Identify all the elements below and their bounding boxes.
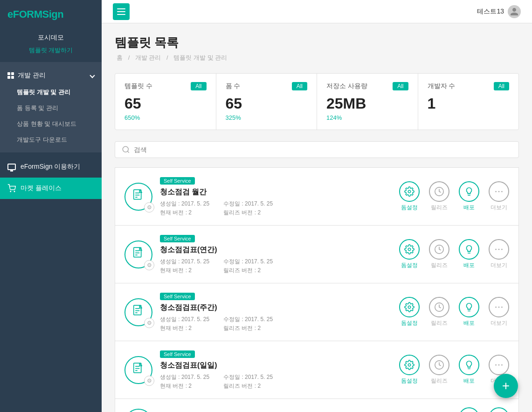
- sidebar-item-template-dev[interactable]: 템플릿 개발 및 관리: [0, 84, 102, 100]
- stat-developer-value: 1: [428, 95, 510, 112]
- deploy-button[interactable]: 배포: [489, 407, 509, 412]
- bulb-icon: [464, 244, 474, 254]
- sidebar-item-devtool-download[interactable]: 개발도구 다운로드: [0, 132, 102, 148]
- template-meta: 생성일 : 2017. 5. 25 현재 버전 : 2 수정일 : 2017. …: [160, 373, 392, 390]
- search-bar: [115, 141, 519, 158]
- release-circle: [429, 181, 449, 202]
- stat-storage-label: 저장소 사용량: [326, 82, 367, 90]
- template-created: 생성일 : 2017. 5. 25: [160, 200, 209, 208]
- svg-point-28: [408, 306, 411, 309]
- dots-icon: [494, 244, 504, 254]
- cart-icon: [7, 184, 16, 192]
- topbar-username: 테스트13: [477, 7, 504, 16]
- template-icon-wrapper: ⚙: [124, 409, 152, 412]
- sidebar-item-marketplace[interactable]: 마켓 플레이스: [0, 178, 102, 199]
- svg-point-38: [408, 364, 411, 366]
- dev-management-header-left: 개발 관리: [7, 71, 46, 80]
- template-badge: Self Service: [160, 235, 195, 242]
- settings-gear-icon: ⚙: [144, 376, 154, 386]
- template-meta-col-right: 수정일 : 2017. 5. 25 릴리즈 버전 : 2: [223, 316, 273, 332]
- more-circle: [489, 239, 509, 260]
- release-button[interactable]: 릴리즈: [429, 239, 449, 269]
- settings-button[interactable]: 돔설정: [459, 407, 479, 412]
- settings-button[interactable]: 돔설정: [399, 355, 420, 385]
- deploy-circle: [489, 407, 509, 412]
- template-badge: Self Service: [160, 177, 195, 185]
- document-icon: [132, 247, 145, 262]
- svg-point-43: [501, 364, 503, 366]
- settings-circle: [459, 407, 479, 412]
- template-name: 청소점검 월간: [160, 187, 392, 197]
- stats-row: 템플릿 수 All 65 650% 폼 수 All 65 325% 저장소 사용…: [115, 73, 519, 130]
- template-created: 생성일 : 2017. 5. 25: [160, 373, 209, 381]
- settings-button[interactable]: 돔설정: [399, 297, 420, 327]
- settings-button[interactable]: 돔설정: [399, 181, 420, 212]
- stat-storage-all-btn[interactable]: All: [393, 82, 408, 90]
- stat-developer-all-btn[interactable]: All: [494, 82, 509, 90]
- stat-form-all-btn[interactable]: All: [292, 82, 307, 90]
- template-icon-wrapper: ⚙: [124, 298, 152, 326]
- sidebar-item-product-dashboard[interactable]: 상품 현황 및 대시보드: [0, 116, 102, 132]
- template-icon-circle: [124, 409, 152, 412]
- dev-management-header[interactable]: 개발 관리: [0, 67, 102, 84]
- template-release-ver: 릴리즈 버전 : 2: [223, 267, 273, 275]
- stat-template-label: 템플릿 수: [124, 82, 152, 90]
- svg-point-12: [498, 191, 500, 192]
- template-info: Self Service 청소점검표(주간) 생성일 : 2017. 5. 25…: [160, 292, 392, 332]
- template-name: 청소점검표(주간): [160, 303, 392, 313]
- template-current-ver: 현재 버전 : 2: [160, 267, 209, 275]
- breadcrumb-sep-1: /: [128, 54, 131, 61]
- stat-developer-header: 개발자 수 All: [428, 82, 510, 90]
- template-meta-col-right: 수정일 : 2017. 5. 25 릴리즈 버전 : 2: [223, 373, 273, 390]
- template-meta: 생성일 : 2017. 5. 25 현재 버전 : 2 수정일 : 2017. …: [160, 200, 392, 217]
- search-input[interactable]: [134, 146, 512, 153]
- sidebar: eFORMSign 포시데모 템플릿 개발하기 개발 관리 템플릿 개발 및 관…: [0, 0, 102, 412]
- table-row: ⚙ Self Service 청소점검표(주간) 생성일 : 2017. 5. …: [115, 283, 519, 341]
- sidebar-item-eformsign-use[interactable]: eFormSign 이용하기: [0, 156, 102, 178]
- deploy-circle: [459, 239, 479, 260]
- template-created: 생성일 : 2017. 5. 25: [160, 316, 209, 323]
- gear-icon: [404, 186, 415, 197]
- user-avatar[interactable]: [508, 5, 521, 18]
- add-template-button[interactable]: +: [494, 374, 518, 398]
- deploy-button[interactable]: 배포: [459, 297, 479, 327]
- settings-button[interactable]: 돔설정: [399, 239, 420, 269]
- deploy-button[interactable]: 배포: [459, 239, 479, 269]
- template-release-ver: 릴리즈 버전 : 2: [223, 324, 273, 332]
- document-icon: [132, 189, 145, 204]
- sidebar-item-form-reg[interactable]: 폼 등록 및 관리: [0, 100, 102, 116]
- release-button[interactable]: 릴리즈: [429, 181, 449, 212]
- template-dev-link[interactable]: 템플릿 개발하기: [0, 44, 102, 62]
- more-button[interactable]: 더보기: [489, 181, 509, 212]
- template-actions: 돔설정 릴리즈: [399, 181, 509, 212]
- search-icon: [122, 145, 130, 154]
- dots-icon: [494, 302, 504, 312]
- more-button[interactable]: 더보기: [489, 297, 509, 327]
- svg-point-0: [10, 191, 11, 192]
- user-icon: [510, 7, 519, 16]
- topbar-right: 테스트13: [477, 5, 521, 18]
- breadcrumb-dev-mgmt: 개발 관리: [135, 54, 161, 61]
- template-badge: Self Service: [160, 293, 195, 300]
- app-logo: eFORMSign: [0, 0, 102, 29]
- template-modified: 수정일 : 2017. 5. 25: [223, 316, 273, 323]
- deploy-button[interactable]: 배포: [459, 355, 479, 385]
- release-label: 릴리즈: [431, 261, 448, 269]
- deploy-label: 배포: [463, 377, 475, 385]
- more-label: 더보기: [491, 204, 507, 212]
- stat-storage-value: 25MB: [326, 95, 408, 112]
- more-circle: [489, 181, 509, 202]
- stat-template-all-btn[interactable]: All: [191, 82, 206, 90]
- logo-brand: FORM: [13, 8, 42, 20]
- bulb-icon: [464, 302, 474, 312]
- template-actions: 돔설정 릴리즈: [399, 239, 509, 269]
- hamburger-line-3: [117, 14, 125, 15]
- release-button[interactable]: 릴리즈: [429, 355, 449, 385]
- template-dev-link-text[interactable]: 템플릿 개발하기: [29, 47, 73, 54]
- more-button[interactable]: 더보기: [489, 239, 509, 269]
- svg-point-13: [501, 191, 503, 192]
- hamburger-button[interactable]: [113, 3, 130, 20]
- topbar-left: [113, 3, 130, 20]
- deploy-button[interactable]: 배포: [459, 181, 479, 212]
- release-button[interactable]: 릴리즈: [429, 297, 449, 327]
